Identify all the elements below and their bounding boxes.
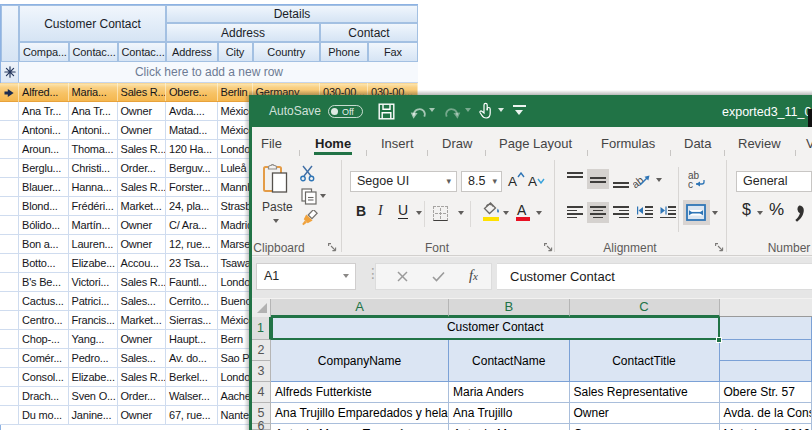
svg-text:c: c (688, 179, 693, 189)
